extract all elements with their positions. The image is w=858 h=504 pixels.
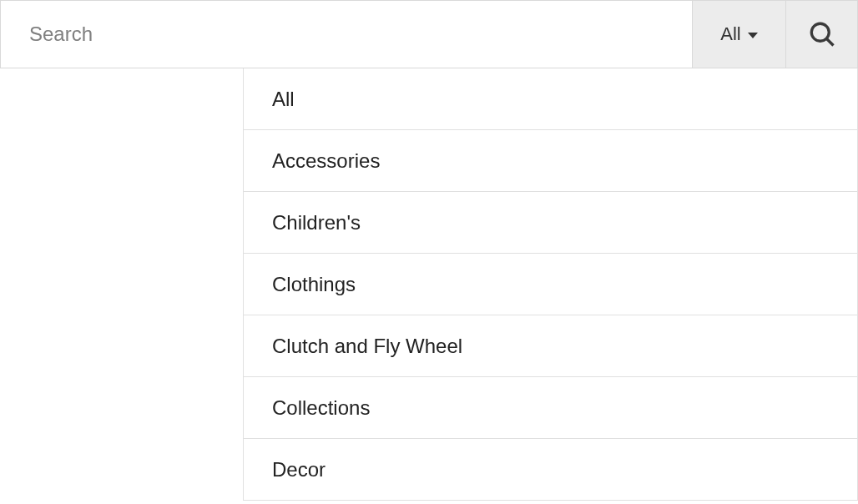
dropdown-item-label: Children's: [272, 211, 361, 234]
dropdown-item-collections[interactable]: Collections: [244, 377, 857, 439]
dropdown-item-accessories[interactable]: Accessories: [244, 130, 857, 192]
caret-down-icon: [748, 33, 758, 38]
search-bar: All: [0, 0, 858, 68]
dropdown-item-label: Collections: [272, 396, 370, 420]
dropdown-item-label: Accessories: [272, 149, 380, 173]
dropdown-item-label: Clothings: [272, 273, 356, 296]
dropdown-item-decor[interactable]: Decor: [244, 439, 857, 501]
search-button[interactable]: [785, 1, 857, 68]
dropdown-item-label: Decor: [272, 458, 326, 481]
dropdown-item-all[interactable]: All: [244, 68, 857, 130]
category-dropdown-list: All Accessories Children's Clothings Clu…: [243, 68, 858, 501]
search-input[interactable]: [1, 1, 692, 68]
category-dropdown-button[interactable]: All: [692, 1, 785, 68]
dropdown-item-label: All: [272, 88, 295, 111]
dropdown-item-label: Clutch and Fly Wheel: [272, 335, 462, 358]
svg-point-0: [811, 23, 829, 41]
search-icon: [807, 19, 837, 49]
category-selected-label: All: [720, 23, 740, 45]
dropdown-item-clothings[interactable]: Clothings: [244, 254, 857, 315]
dropdown-item-childrens[interactable]: Children's: [244, 192, 857, 254]
svg-line-1: [826, 38, 833, 45]
dropdown-item-clutch-fly-wheel[interactable]: Clutch and Fly Wheel: [244, 315, 857, 377]
